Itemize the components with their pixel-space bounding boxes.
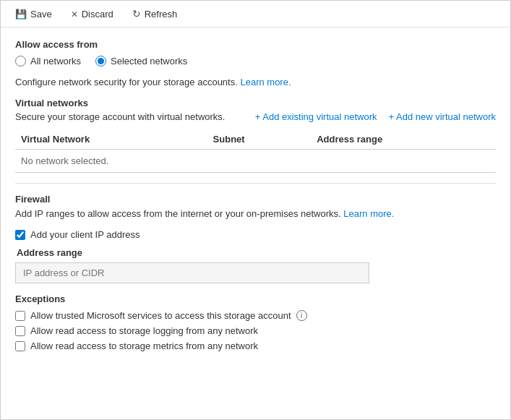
table-row: No network selected. xyxy=(15,150,496,173)
empty-message: No network selected. xyxy=(15,150,496,173)
col-virtual-network: Virtual Network xyxy=(15,129,207,150)
discard-button[interactable]: Discard xyxy=(68,7,116,21)
allow-access-label: Allow access from xyxy=(15,39,496,50)
col-address-range: Address range xyxy=(311,129,496,150)
exception-checkbox-3[interactable] xyxy=(15,341,25,351)
discard-label: Discard xyxy=(82,9,113,20)
add-client-ip-checkbox[interactable] xyxy=(15,230,25,240)
learn-more-link[interactable]: Learn more. xyxy=(240,77,291,87)
virtual-networks-subtext: Secure your storage account with virtual… xyxy=(15,111,225,122)
toolbar: Save Discard Refresh xyxy=(1,1,510,27)
access-radio-group: All networks Selected networks xyxy=(15,56,496,67)
selected-networks-label: Selected networks xyxy=(111,56,187,67)
exception-label-3: Allow read access to storage metrics fro… xyxy=(30,340,258,351)
firewall-section: Firewall Add IP ranges to allow access f… xyxy=(15,194,496,293)
virtual-networks-header: Virtual networks xyxy=(15,98,496,108)
virtual-networks-table: Virtual Network Subnet Address range No … xyxy=(15,129,496,173)
exception-item-1: Allow trusted Microsoft services to acce… xyxy=(15,310,496,321)
exception-checkbox-2[interactable] xyxy=(15,326,25,336)
config-description: Configure network security for your stor… xyxy=(15,77,496,87)
refresh-label: Refresh xyxy=(145,9,178,20)
add-client-ip-row: Add your client IP address xyxy=(15,229,496,240)
col-subnet: Subnet xyxy=(207,129,312,150)
exception-item-3: Allow read access to storage metrics fro… xyxy=(15,340,496,351)
add-new-vnet-button[interactable]: + Add new virtual network xyxy=(389,111,497,122)
all-networks-option[interactable]: All networks xyxy=(15,56,81,67)
discard-icon xyxy=(71,8,78,20)
ip-address-input[interactable] xyxy=(15,262,369,283)
table-header: Virtual Network Subnet Address range xyxy=(15,129,496,150)
selected-networks-option[interactable]: Selected networks xyxy=(95,56,187,67)
address-range-label: Address range xyxy=(17,247,496,258)
section-divider xyxy=(15,183,496,184)
save-label: Save xyxy=(30,9,52,20)
all-networks-label: All networks xyxy=(30,56,81,67)
selected-networks-radio[interactable] xyxy=(95,56,106,67)
refresh-icon xyxy=(132,8,141,20)
add-client-ip-label: Add your client IP address xyxy=(30,229,140,240)
firewall-description: Add IP ranges to allow access from the i… xyxy=(15,208,496,219)
info-icon-1: i xyxy=(296,310,307,321)
exceptions-section: Exceptions Allow trusted Microsoft servi… xyxy=(15,293,496,351)
exception-checkbox-1[interactable] xyxy=(15,311,25,321)
virtual-networks-actions-row: Secure your storage account with virtual… xyxy=(15,111,496,122)
save-icon xyxy=(15,8,27,20)
refresh-button[interactable]: Refresh xyxy=(129,7,181,21)
exception-label-2: Allow read access to storage logging fro… xyxy=(30,325,258,336)
firewall-description-text: Add IP ranges to allow access from the i… xyxy=(15,208,341,219)
content-area: Allow access from All networks Selected … xyxy=(1,27,510,367)
exception-item-2: Allow read access to storage logging fro… xyxy=(15,325,496,336)
virtual-networks-action-buttons: + Add existing virtual network + Add new… xyxy=(255,111,496,122)
save-button[interactable]: Save xyxy=(12,7,55,21)
firewall-title: Firewall xyxy=(15,194,496,205)
exceptions-title: Exceptions xyxy=(15,293,496,304)
exception-label-1: Allow trusted Microsoft services to acce… xyxy=(30,310,291,321)
add-existing-vnet-button[interactable]: + Add existing virtual network xyxy=(255,111,377,122)
table-body: No network selected. xyxy=(15,150,496,173)
config-description-text: Configure network security for your stor… xyxy=(15,77,238,87)
all-networks-radio[interactable] xyxy=(15,56,26,67)
firewall-learn-more-link[interactable]: Learn more. xyxy=(343,208,394,219)
